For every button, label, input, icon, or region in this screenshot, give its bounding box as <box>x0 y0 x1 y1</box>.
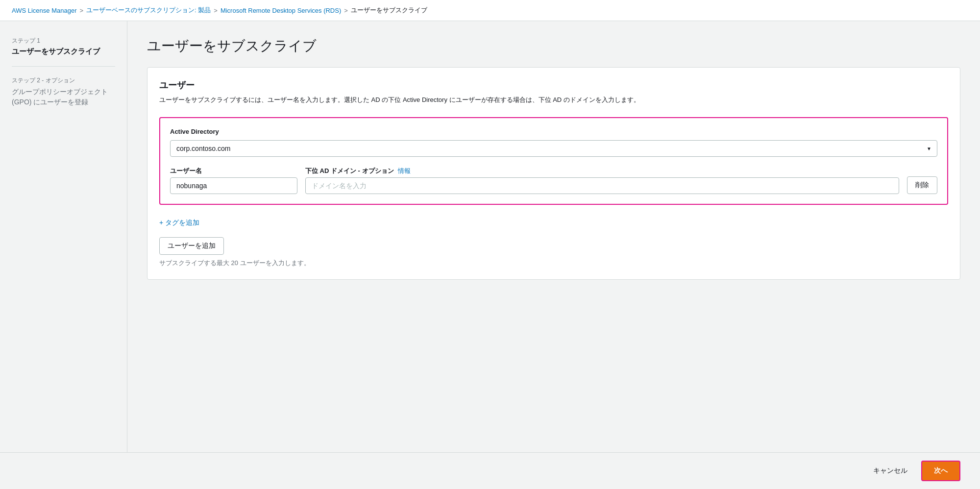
add-user-button[interactable]: ユーザーを追加 <box>159 237 224 255</box>
breadcrumb-item-2[interactable]: ユーザーベースのサブスクリプション: 製品 <box>86 6 211 15</box>
sidebar-step1-title: ユーザーをサブスクライブ <box>12 47 115 56</box>
breadcrumb-separator-1: > <box>79 7 83 14</box>
card-title: ユーザー <box>159 79 948 91</box>
cancel-button[interactable]: キャンセル <box>867 463 913 479</box>
main-content: ユーザーをサブスクライブ ユーザー ユーザーをサブスクライブするには、ユーザー名… <box>127 21 980 489</box>
next-button[interactable]: 次へ <box>921 461 960 481</box>
delete-button[interactable]: 削除 <box>907 176 937 194</box>
ad-select[interactable]: corp.contoso.com <box>170 140 937 157</box>
domain-group: 下位 AD ドメイン - オプション 情報 <box>305 167 899 194</box>
breadcrumb-item-4: ユーザーをサブスクライブ <box>351 6 427 15</box>
sidebar-step2-label: ステップ 2 - オプション <box>12 76 115 85</box>
sidebar-step2-title: グループポリシーオブジェクト (GPO) にユーザーを登録 <box>12 87 115 107</box>
page-title: ユーザーをサブスクライブ <box>147 37 960 55</box>
sidebar: ステップ 1 ユーザーをサブスクライブ ステップ 2 - オプション グループポ… <box>0 21 127 489</box>
card-description: ユーザーをサブスクライブするには、ユーザー名を入力します。選択した AD の下位… <box>159 95 948 105</box>
page-layout: ステップ 1 ユーザーをサブスクライブ ステップ 2 - オプション グループポ… <box>0 21 980 489</box>
bottom-bar: キャンセル 次へ <box>0 452 980 489</box>
domain-input[interactable] <box>305 177 899 194</box>
add-tag-link[interactable]: + タグを追加 <box>159 219 199 227</box>
domain-label-row: 下位 AD ドメイン - オプション 情報 <box>305 167 899 175</box>
breadcrumb: AWS License Manager > ユーザーベースのサブスクリプション:… <box>0 0 980 21</box>
username-input[interactable] <box>170 177 297 194</box>
domain-info-link[interactable]: 情報 <box>398 167 411 175</box>
user-card: ユーザー ユーザーをサブスクライブするには、ユーザー名を入力します。選択した A… <box>147 67 960 280</box>
sidebar-step1-label: ステップ 1 <box>12 37 115 45</box>
breadcrumb-item-3[interactable]: Microsoft Remote Desktop Services (RDS) <box>220 7 341 14</box>
max-users-note: サブスクライブする最大 20 ユーザーを入力します。 <box>159 259 948 268</box>
username-label: ユーザー名 <box>170 167 297 175</box>
ad-select-wrapper: corp.contoso.com ▼ <box>170 140 937 157</box>
domain-label: 下位 AD ドメイン - オプション <box>305 167 394 175</box>
ad-label: Active Directory <box>170 128 937 135</box>
breadcrumb-separator-3: > <box>344 7 348 14</box>
breadcrumb-item-1[interactable]: AWS License Manager <box>12 7 76 14</box>
username-group: ユーザー名 <box>170 167 297 194</box>
active-directory-box: Active Directory corp.contoso.com ▼ ユーザー… <box>159 117 948 205</box>
breadcrumb-separator-2: > <box>214 7 218 14</box>
sidebar-divider <box>12 66 115 67</box>
user-form-row: ユーザー名 下位 AD ドメイン - オプション 情報 削除 <box>170 167 937 194</box>
